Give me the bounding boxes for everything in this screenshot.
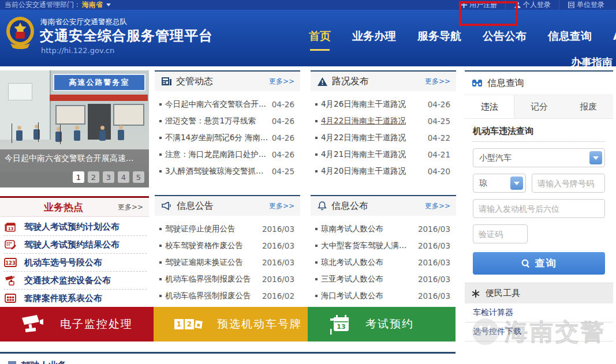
- pager-1[interactable]: 1: [73, 171, 84, 183]
- chevron-down-icon: [106, 3, 111, 6]
- panel-road-conditions: 路况发布 更多>> 4月26日海南主干道路况04-26 4月22日海南主干道路况…: [311, 70, 456, 179]
- next-section-partial: 驾驶人业务: [8, 357, 181, 364]
- news-item[interactable]: 注意：海口龙昆南路口处护...04-26: [158, 146, 294, 163]
- road-conditions-more-link[interactable]: 更多>>: [425, 77, 450, 87]
- table-grid-icon: [3, 292, 17, 305]
- police-badge-logo: [5, 16, 36, 49]
- carousel-caption[interactable]: 今日起中南六省交警联合开展高速...: [5, 153, 133, 164]
- hot-item-monitoring-devices[interactable]: 交通技术监控设备公布: [3, 272, 147, 290]
- info-notices-more-link[interactable]: 更多>>: [269, 201, 294, 211]
- nav-service-guide[interactable]: 服务导航: [417, 29, 461, 44]
- bell-icon: [318, 201, 327, 211]
- hot-item-exam-plan[interactable]: 13 驾驶人考试预约计划公布: [3, 218, 147, 236]
- tools-header: 便民工具: [465, 283, 613, 303]
- plate-123-icon: 123: [3, 256, 17, 269]
- plate-prefix-value: 琼: [479, 178, 487, 189]
- panel-info-publications-header: 信息公布 更多>>: [311, 195, 456, 216]
- hot-item-exam-result[interactable]: 驾驶人考试预约结果公布: [3, 236, 147, 254]
- pager-3[interactable]: 3: [103, 171, 114, 183]
- news-item[interactable]: 4月26日海南主干道路况04-26: [314, 96, 450, 112]
- vehicle-type-select[interactable]: 小型汽车: [473, 148, 605, 167]
- news-item[interactable]: 校车驾驶资格作废公告2016/03: [158, 237, 294, 254]
- news-item[interactable]: 4月22日海南主干道路况04-22: [314, 129, 450, 146]
- query-submit-label: 查询: [535, 257, 557, 270]
- banner-preselect-plate[interactable]: 12▪ 预选机动车号牌: [154, 307, 308, 342]
- org-login-link[interactable]: 单位登录: [559, 0, 613, 10]
- hot-business-more-link[interactable]: 更多>>: [118, 202, 143, 212]
- tab-scrapped[interactable]: 报废: [564, 95, 613, 118]
- news-item[interactable]: 不满14岁坐副驾记6分 海南...04-26: [158, 129, 294, 146]
- asterisk-icon: [472, 290, 480, 298]
- tool-vehicle-inspection-calculator[interactable]: 车检计算器: [465, 303, 613, 322]
- nav-work-guide[interactable]: 办事指南: [571, 55, 613, 69]
- info-query-header: 信息查询: [465, 72, 613, 95]
- chevron-down-icon: [589, 151, 602, 164]
- panel-title: 交管动态: [176, 76, 213, 88]
- nav-home[interactable]: 首页: [309, 29, 331, 44]
- carousel-caption-band: 今日起中南六省交警联合开展高速... 1 2 3 4 5: [0, 149, 149, 187]
- cctv-camera-icon: [21, 314, 45, 334]
- plate-number-input[interactable]: [532, 174, 605, 193]
- news-item[interactable]: 琼北考试人数公布2016/03: [314, 254, 450, 271]
- tool-plate-widget-download[interactable]: 选号控件下载: [465, 322, 613, 342]
- banner-label: 考试预约: [365, 317, 414, 332]
- news-item[interactable]: 大中型客货车驾驶人满分公布2016/03: [314, 237, 450, 254]
- plate-prefix-select[interactable]: 琼: [473, 174, 526, 193]
- vehicle-type-value: 小型汽车: [479, 153, 512, 163]
- news-item[interactable]: 机动车临界强制报废公告2016/03: [158, 271, 294, 287]
- news-item[interactable]: 三亚考试人数公布2016/03: [314, 271, 450, 287]
- news-item[interactable]: 3人醉酒驾驶被琼海交警抓现行04-25: [158, 163, 294, 179]
- pager-5[interactable]: 5: [133, 171, 144, 183]
- banner-label: 电子监控处理: [60, 317, 133, 332]
- banner-label: 预选机动车号牌: [217, 317, 302, 332]
- chevron-down-icon: [510, 177, 523, 190]
- banner-electronic-monitoring[interactable]: 电子监控处理: [0, 307, 154, 342]
- news-item[interactable]: 机动车临界强制报废公告2016/02: [158, 287, 294, 304]
- annotation-red-box: [459, 1, 518, 26]
- news-item[interactable]: 4月21日海南主干道路况04-21: [314, 146, 450, 163]
- hot-item-plate-numbers[interactable]: 123 机动车选号号段公布: [3, 254, 147, 272]
- region-selector[interactable]: 当前公安交通管理部门： 海南省: [5, 0, 111, 10]
- traffic-news-more-link[interactable]: 更多>>: [269, 77, 294, 87]
- photo-sign-text: 高速公路警务室: [53, 74, 145, 91]
- carousel-pager: 1 2 3 4 5: [73, 171, 144, 183]
- news-item[interactable]: 驾驶证逾期未换证公告2016/03: [158, 254, 294, 271]
- news-item[interactable]: 海口考试人数公布2016/03: [314, 287, 450, 304]
- news-item[interactable]: 澄迈交警：悬赏1万寻线索04-26: [158, 112, 294, 129]
- query-form-title: 机动车违法查询: [473, 126, 605, 142]
- engine-number-input[interactable]: [473, 199, 605, 218]
- region-label: 当前公安交通管理部门：: [5, 0, 81, 10]
- megaphone-icon: [162, 202, 172, 211]
- panel-hot-business: 业务热点 更多>> 13 驾驶人考试预约计划公布 驾驶人考试预约结果公布 123: [0, 196, 149, 307]
- news-carousel[interactable]: 高速公路警务室 今日起中南六省交警联合开展高速... 1 2 3 4 5: [0, 70, 149, 187]
- pager-2[interactable]: 2: [88, 171, 99, 183]
- nav-app-download[interactable]: APP下载: [613, 29, 616, 44]
- panel-road-conditions-header: 路况发布 更多>>: [311, 70, 456, 91]
- section-icon: [8, 361, 16, 364]
- svg-text:13: 13: [8, 227, 14, 231]
- tab-violation[interactable]: 违法: [465, 95, 514, 118]
- news-item[interactable]: 琼南考试人数公布2016/03: [314, 220, 450, 237]
- tools-panel: 便民工具 车检计算器 选号控件下载: [465, 283, 613, 364]
- info-publications-more-link[interactable]: 更多>>: [425, 201, 450, 211]
- region-value: 海南省: [82, 0, 103, 10]
- captcha-input[interactable]: [473, 224, 528, 243]
- banner-exam-appointment[interactable]: 13 考试预约: [308, 307, 456, 342]
- news-item[interactable]: 驾驶证停止使用公告2016/03: [158, 220, 294, 237]
- query-submit-button[interactable]: 查询: [473, 252, 605, 275]
- nav-info-query[interactable]: 信息查询: [548, 29, 592, 44]
- calendar-pencil-icon: [3, 238, 17, 251]
- news-item[interactable]: 4月20日海南主干道路况04-20: [314, 163, 450, 179]
- news-item[interactable]: 今日起中南六省交警联合开...04-26: [158, 96, 294, 112]
- site-title: 交通安全综合服务管理平台: [40, 27, 213, 45]
- nav-business[interactable]: 业务办理: [352, 29, 396, 44]
- hot-item-cloned-plate-cases[interactable]: 套牌案件联系表公布: [3, 290, 147, 307]
- panel-info-notices-header: 信息公告 更多>>: [155, 195, 300, 216]
- tab-points[interactable]: 记分: [514, 95, 563, 118]
- nav-announcements[interactable]: 公告公布: [483, 29, 527, 44]
- svg-text:13: 13: [337, 323, 345, 331]
- pager-4[interactable]: 4: [118, 171, 129, 183]
- news-item[interactable]: 4月22日海南主干道路况04-25: [314, 112, 450, 129]
- main-nav: 首页 业务办理 服务导航 公告公布 信息查询 APP下载: [309, 29, 616, 44]
- site-header: 海南省公安厅交通警察总队 交通安全综合服务管理平台 http://hi.122.…: [0, 10, 616, 66]
